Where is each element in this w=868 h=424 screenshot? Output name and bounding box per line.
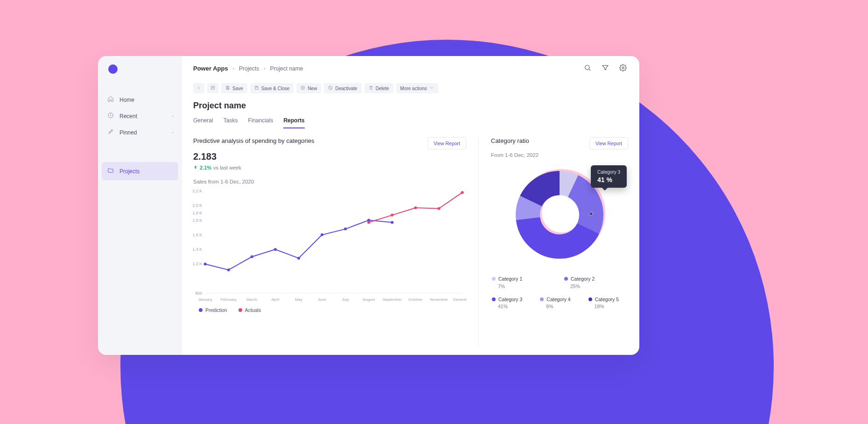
arrow-up-icon xyxy=(193,165,198,170)
legend-dot-icon xyxy=(588,297,592,301)
new-button[interactable]: New xyxy=(296,83,321,93)
category-legend: Category 341%Category 49%Category 518% xyxy=(491,296,628,311)
legend-label: Category 518% xyxy=(595,296,619,311)
svg-text:November: November xyxy=(430,297,448,302)
deactivate-icon xyxy=(328,85,333,91)
breadcrumb: Power Apps › Projects › Project name xyxy=(193,65,303,72)
svg-text:October: October xyxy=(408,297,422,302)
deactivate-button[interactable]: Deactivate xyxy=(324,83,361,93)
button-label: More actions xyxy=(400,86,427,91)
legend-label: Category 49% xyxy=(546,296,570,311)
svg-point-38 xyxy=(414,206,417,209)
content-area: Predictive analysis of spending by categ… xyxy=(182,129,639,355)
svg-text:1.4 K: 1.4 K xyxy=(192,247,202,252)
sales-subtitle: Sales from 1-6 Dec, 2020 xyxy=(193,179,466,184)
svg-point-1 xyxy=(585,65,589,70)
save-close-button[interactable]: Save & Close xyxy=(250,83,294,93)
more-actions-button[interactable]: More actions xyxy=(396,83,438,93)
svg-point-29 xyxy=(251,255,253,258)
app-logo xyxy=(108,64,118,74)
svg-point-27 xyxy=(203,262,206,265)
svg-point-28 xyxy=(227,269,230,271)
button-label: New xyxy=(308,86,317,91)
legend-dot-icon xyxy=(492,297,496,301)
panel-title: Predictive analysis of spending by categ… xyxy=(193,137,314,144)
save-button[interactable]: Save xyxy=(221,83,247,93)
main-area: Power Apps › Projects › Project name xyxy=(182,56,639,355)
svg-text:1.6 K: 1.6 K xyxy=(192,233,202,237)
back-button[interactable] xyxy=(193,83,204,93)
svg-point-36 xyxy=(367,221,370,224)
legend-pct: 41% xyxy=(498,303,522,311)
svg-point-35 xyxy=(391,221,393,224)
svg-text:2.0 K: 2.0 K xyxy=(192,204,202,208)
trend-rest: vs last week xyxy=(213,165,241,170)
open-new-button[interactable] xyxy=(207,83,218,93)
svg-text:2.2 K: 2.2 K xyxy=(192,189,202,193)
home-icon xyxy=(107,96,114,104)
category-legend-item: Category 225% xyxy=(564,276,627,290)
legend-label: Category 341% xyxy=(498,296,522,311)
view-report-button[interactable]: View Report xyxy=(589,137,628,149)
svg-text:April: April xyxy=(271,297,279,302)
chevron-right-icon: › xyxy=(264,66,265,71)
filter-button[interactable] xyxy=(600,64,610,74)
sidebar-item-pinned[interactable]: Pinned xyxy=(98,124,182,141)
legend-dot-icon xyxy=(492,277,496,281)
app-window: Home Recent Pinned Projects xyxy=(98,56,639,355)
save-icon xyxy=(225,85,230,91)
button-label: Save xyxy=(232,86,243,91)
trend-pct: 2.1% xyxy=(200,165,211,170)
legend-label: Category 225% xyxy=(571,276,595,290)
chevron-right-icon: › xyxy=(233,66,234,71)
breadcrumb-level2[interactable]: Project name xyxy=(270,65,303,72)
svg-text:February: February xyxy=(221,297,237,302)
folder-icon xyxy=(107,167,114,175)
breadcrumb-level1[interactable]: Projects xyxy=(239,65,259,72)
svg-text:December: December xyxy=(453,297,466,302)
search-button[interactable] xyxy=(582,64,593,74)
delete-button[interactable]: Delete xyxy=(364,83,393,93)
sidebar-item-label: Pinned xyxy=(119,129,137,136)
headline-value: 2.183 xyxy=(193,151,466,162)
tab-tasks[interactable]: Tasks xyxy=(224,117,238,128)
chevron-down-icon xyxy=(171,113,175,120)
sidebar-item-projects[interactable]: Projects xyxy=(102,162,178,180)
tab-reports[interactable]: Reports xyxy=(283,117,304,128)
svg-point-40 xyxy=(461,191,463,194)
legend-dot-icon xyxy=(199,308,203,312)
legend-pct: 7% xyxy=(498,283,522,290)
svg-point-31 xyxy=(297,257,300,260)
legend-label: Prediction xyxy=(205,307,227,313)
legend-pct: 9% xyxy=(546,303,570,311)
view-report-button[interactable]: View Report xyxy=(427,137,466,149)
legend-pct: 25% xyxy=(570,283,595,290)
svg-point-2 xyxy=(622,67,624,69)
open-external-icon xyxy=(210,85,215,91)
legend-dot-icon xyxy=(540,297,544,301)
filter-icon xyxy=(602,64,609,73)
sidebar-item-home[interactable]: Home xyxy=(98,92,182,108)
panel-subtitle: From 1-6 Dec, 2022 xyxy=(491,152,628,158)
legend-prediction: Prediction xyxy=(199,307,227,313)
settings-button[interactable] xyxy=(618,64,628,74)
sidebar-item-label: Projects xyxy=(119,168,140,175)
svg-text:March: March xyxy=(246,297,258,302)
svg-point-37 xyxy=(391,214,393,217)
tabs: General Tasks Financials Reports xyxy=(182,111,639,129)
svg-text:May: May xyxy=(295,297,303,302)
search-icon xyxy=(584,64,591,73)
topbar: Power Apps › Projects › Project name xyxy=(182,56,639,81)
button-label: Delete xyxy=(376,86,389,91)
tab-financials[interactable]: Financials xyxy=(248,117,273,128)
svg-point-30 xyxy=(274,248,277,251)
clock-icon xyxy=(107,112,114,120)
pin-icon xyxy=(107,128,114,136)
category-legend-item: Category 49% xyxy=(540,296,579,311)
svg-text:1.2 K: 1.2 K xyxy=(192,262,202,267)
breadcrumb-brand: Power Apps xyxy=(193,65,228,72)
tab-general[interactable]: General xyxy=(193,117,213,128)
save-close-icon xyxy=(254,85,259,91)
sidebar-item-recent[interactable]: Recent xyxy=(98,108,182,124)
svg-text:800: 800 xyxy=(195,291,202,296)
